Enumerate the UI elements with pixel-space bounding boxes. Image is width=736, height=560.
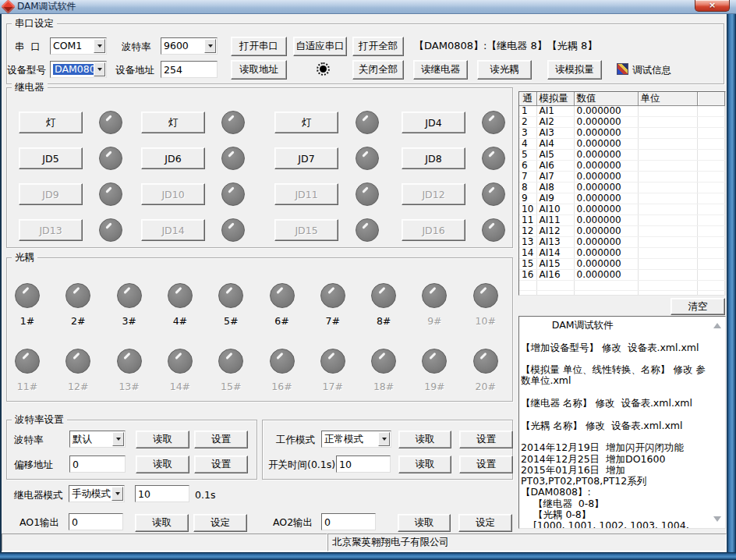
app-window: DAM调试软件 × 串口设定 串 口 COM1 波特率 9600 打开串口 自适… (0, 0, 736, 560)
status-panel-right: 北京聚英翱翔电子有限公司 (327, 533, 727, 551)
close-all-button[interactable]: 关闭全部 (352, 60, 404, 80)
relay-led-7-icon (356, 147, 379, 170)
open-port-button[interactable]: 打开串口 (231, 37, 287, 56)
offset-input[interactable] (69, 455, 126, 473)
ao1-input[interactable] (69, 513, 123, 530)
opto-led-15-icon (218, 349, 243, 374)
close-button[interactable]: × (695, 0, 730, 12)
relay-button-5[interactable]: JD5 (19, 147, 83, 169)
col-unit: 单位 (638, 92, 697, 106)
scroll-up-icon[interactable] (713, 323, 721, 328)
open-all-button[interactable]: 打开全部 (352, 37, 404, 56)
dropdown-arrow-icon[interactable] (378, 432, 390, 446)
opto-led-7-icon (320, 283, 345, 308)
read-address-button[interactable]: 读取地址 (231, 60, 287, 80)
work-mode-set-button[interactable]: 设置 (459, 431, 513, 448)
dropdown-arrow-icon[interactable] (204, 39, 216, 53)
status-bar: 北京聚英翱翔电子有限公司 (2, 533, 727, 551)
analog-row: 5AI50.000000 (519, 150, 725, 161)
dropdown-arrow-icon[interactable] (111, 487, 123, 501)
opto-led-18-icon (371, 349, 396, 374)
ao2-input[interactable] (321, 513, 376, 530)
window-border-bottom (0, 552, 736, 560)
relay-button-7[interactable]: JD7 (274, 147, 338, 169)
baud-read-button[interactable]: 读取 (136, 431, 189, 448)
debug-info-label: 调试信息 (632, 65, 671, 76)
opto-label-15: 15# (214, 381, 248, 392)
baud-select[interactable]: 9600 (161, 37, 218, 55)
work-mode-read-button[interactable]: 读取 (398, 431, 451, 448)
read-opto-button[interactable]: 读光耦 (477, 60, 532, 80)
company-name: 北京聚英翱翔电子有限公司 (332, 536, 449, 549)
port-label: 串 口 (15, 41, 41, 52)
relay-led-4-icon (482, 111, 505, 134)
analog-row: 7AI70.000000 (519, 172, 725, 183)
relay-button-13[interactable]: JD13 (19, 219, 83, 241)
col-value: 数值 (574, 92, 638, 106)
log-panel[interactable]: DAM调试软件 【增加设备型号】 修改 设备表.xml.xml 【模拟量 单位、… (518, 316, 726, 529)
relay-button-3[interactable]: 灯 (274, 112, 338, 133)
opto-label-11: 11# (10, 381, 44, 392)
baud-settings-title: 波特率设置 (12, 414, 67, 425)
read-analog-button[interactable]: 读模拟量 (547, 60, 602, 80)
relay-mode-unit: 0.1s (195, 490, 215, 501)
ao1-set-button[interactable]: 设定 (193, 514, 247, 532)
opto-label-18: 18# (366, 381, 401, 392)
relay-button-6[interactable]: JD6 (141, 147, 205, 169)
relay-button-11[interactable]: JD11 (274, 183, 338, 205)
title-bar[interactable]: DAM调试软件 (0, 0, 736, 14)
baud-label: 波特率 (122, 41, 151, 52)
adaptive-port-button[interactable]: 自适应串口 (293, 37, 347, 56)
relay-group: 继电器 灯灯灯JD4JD5JD6JD7JD8JD9JD10JD11JD12JD1… (6, 87, 513, 248)
relay-button-16[interactable]: JD16 (402, 219, 465, 241)
work-mode-select[interactable]: 正常模式 (321, 431, 391, 448)
opto-label-1: 1# (10, 315, 44, 327)
analog-row: 15AI150.000000 (519, 259, 725, 270)
opto-led-8-icon (371, 283, 396, 308)
opto-label-19: 19# (417, 381, 451, 392)
device-address-input[interactable] (161, 61, 218, 78)
relay-button-10[interactable]: JD10 (141, 183, 205, 205)
switch-time-read-button[interactable]: 读取 (398, 455, 451, 473)
ao2-read-button[interactable]: 读取 (398, 514, 451, 532)
read-relay-button[interactable]: 读继电器 (413, 60, 468, 80)
baud-default-select[interactable]: 默认 (69, 431, 126, 448)
model-select[interactable]: DAM0808 (50, 61, 107, 78)
offset-set-button[interactable]: 设置 (194, 455, 248, 473)
switch-time-set-button[interactable]: 设置 (459, 455, 513, 473)
relay-button-1[interactable]: 灯 (19, 112, 83, 133)
relay-mode-select[interactable]: 手动模式 (69, 485, 125, 502)
app-logo-icon (1, 0, 15, 14)
relay-button-4[interactable]: JD4 (402, 112, 465, 133)
status-panel-left (2, 533, 327, 551)
relay-button-12[interactable]: JD12 (402, 183, 465, 205)
analog-row: 1AI10.000000 (519, 106, 725, 117)
switch-time-input[interactable] (336, 455, 391, 473)
opto-led-3-icon (117, 283, 142, 308)
port-select[interactable]: COM1 (50, 37, 107, 55)
dropdown-arrow-icon[interactable] (94, 62, 105, 76)
opto-label-4: 4# (163, 315, 197, 327)
scroll-down-icon[interactable] (713, 516, 721, 522)
analog-table-header: 通 模拟量 数值 单位 (519, 92, 725, 106)
relay-button-14[interactable]: JD14 (141, 219, 205, 241)
opto-label-16: 16# (265, 381, 299, 392)
opto-led-5-icon (218, 283, 243, 308)
ao1-read-button[interactable]: 读取 (135, 514, 189, 532)
relay-button-2[interactable]: 灯 (141, 112, 205, 133)
baud-set-button[interactable]: 设置 (194, 431, 248, 448)
ao2-set-button[interactable]: 设定 (458, 514, 512, 532)
relay-mode-time-input[interactable] (135, 485, 189, 502)
analog-row: 4AI40.000000 (519, 139, 725, 150)
analog-row: 2AI20.000000 (519, 117, 725, 128)
relay-led-8-icon (482, 147, 505, 170)
relay-button-15[interactable]: JD15 (274, 219, 338, 241)
relay-mode-label: 继电器模式 (14, 490, 63, 501)
relay-button-8[interactable]: JD8 (402, 147, 465, 169)
relay-button-9[interactable]: JD9 (19, 183, 83, 205)
dropdown-arrow-icon[interactable] (112, 432, 124, 446)
dropdown-arrow-icon[interactable] (94, 39, 105, 53)
offset-read-button[interactable]: 读取 (136, 455, 189, 473)
clear-button[interactable]: 清空 (671, 298, 725, 315)
device-summary: 【DAM0808】:【继电器 8】【光耦 8】 (414, 41, 597, 51)
